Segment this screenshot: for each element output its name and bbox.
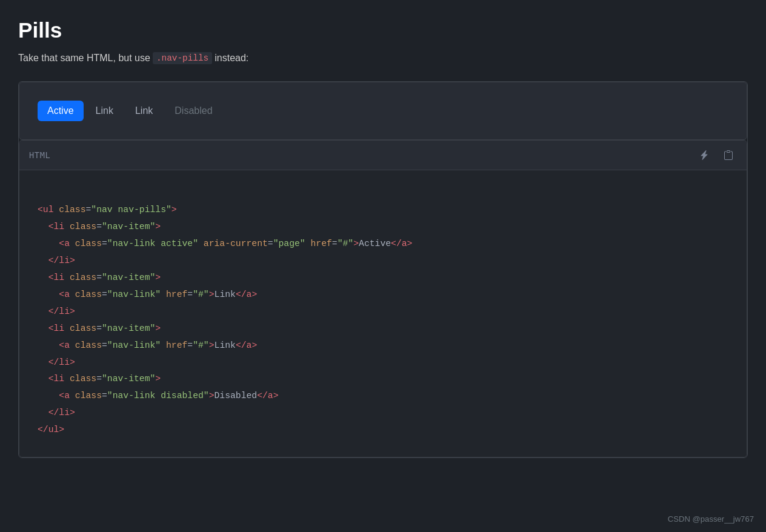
- lightning-button[interactable]: [696, 147, 713, 164]
- code-line: </ul>: [38, 422, 728, 439]
- description-before: Take that same HTML, but use: [18, 53, 150, 64]
- main-card: Active Link Link Disabled HTML: [18, 81, 748, 458]
- copy-button[interactable]: [720, 147, 737, 164]
- code-line: </li>: [38, 405, 728, 422]
- code-section: HTML <ul class="nav nav-pills"> <l: [19, 140, 747, 457]
- code-line: </li>: [38, 354, 728, 371]
- code-line: </li>: [38, 304, 728, 321]
- nav-item-disabled: Disabled: [165, 101, 222, 121]
- code-header: HTML: [19, 141, 747, 170]
- nav-link-link2[interactable]: Link: [125, 101, 162, 121]
- copy-icon: [724, 150, 733, 160]
- code-line: <li class="nav-item">: [38, 270, 728, 287]
- lightning-icon: [699, 150, 709, 160]
- nav-item-link1: Link: [86, 101, 123, 121]
- code-line: <li class="nav-item">: [38, 219, 728, 236]
- nav-pills: Active Link Link Disabled: [38, 101, 728, 121]
- code-line: [38, 185, 728, 202]
- code-line: <li class="nav-item">: [38, 321, 728, 337]
- code-line: <a class="nav-link" href="#">Link</a>: [38, 337, 728, 354]
- page-title: Pills: [18, 18, 748, 42]
- code-line: <li class="nav-item">: [38, 371, 728, 388]
- code-icons: [696, 147, 737, 164]
- code-body: <ul class="nav nav-pills"> <li class="na…: [19, 170, 747, 457]
- footer-credit: CSDN @passer__jw767: [668, 514, 754, 524]
- nav-item-link2: Link: [125, 101, 162, 121]
- nav-link-active[interactable]: Active: [38, 101, 84, 121]
- demo-container: Active Link Link Disabled: [19, 82, 747, 140]
- code-line: <ul class="nav nav-pills">: [38, 202, 728, 219]
- code-lang-label: HTML: [29, 150, 50, 160]
- code-line: <a class="nav-link disabled">Disabled</a…: [38, 388, 728, 405]
- nav-pills-code-ref: .nav-pills: [153, 52, 212, 64]
- code-line: <a class="nav-link active" aria-current=…: [38, 236, 728, 253]
- nav-link-link1[interactable]: Link: [86, 101, 123, 121]
- code-line: </li>: [38, 253, 728, 270]
- description-after: instead:: [215, 53, 248, 64]
- code-line: <a class="nav-link" href="#">Link</a>: [38, 287, 728, 304]
- nav-link-disabled: Disabled: [165, 101, 222, 121]
- nav-item-active: Active: [38, 101, 84, 121]
- description-line: Take that same HTML, but use .nav-pills …: [18, 52, 748, 64]
